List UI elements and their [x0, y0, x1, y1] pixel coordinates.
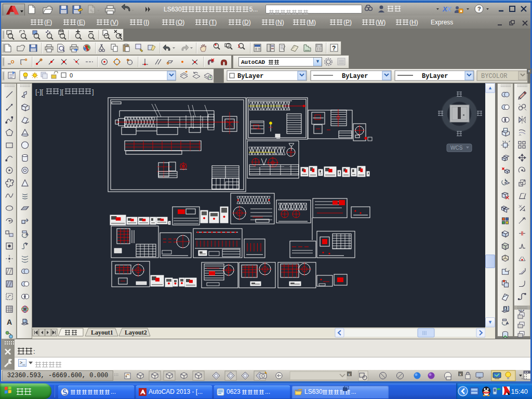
- svg-text:Layout2: Layout2: [125, 329, 147, 336]
- svg-text:A: A: [7, 318, 12, 326]
- svg-text:Layout1: Layout1: [91, 329, 113, 336]
- svg-text:WCS: WCS: [450, 145, 463, 151]
- svg-text:[-][: [-][: [35, 88, 44, 96]
- svg-text:0: 0: [70, 72, 73, 78]
- svg-text:?: ?: [477, 6, 481, 12]
- svg-text:ByLayer: ByLayer: [237, 73, 263, 80]
- svg-text:ByLayer: ByLayer: [342, 73, 368, 80]
- svg-text:X: X: [446, 5, 452, 13]
- svg-text:?: ?: [332, 45, 336, 52]
- svg-text:][: ][: [60, 88, 64, 96]
- svg-text:]: ]: [92, 88, 94, 96]
- svg-text:BYCOLOR: BYCOLOR: [481, 73, 507, 80]
- svg-text:ByLayer: ByLayer: [422, 73, 448, 80]
- svg-text:x: x: [348, 372, 350, 377]
- svg-text:x: x: [459, 372, 461, 377]
